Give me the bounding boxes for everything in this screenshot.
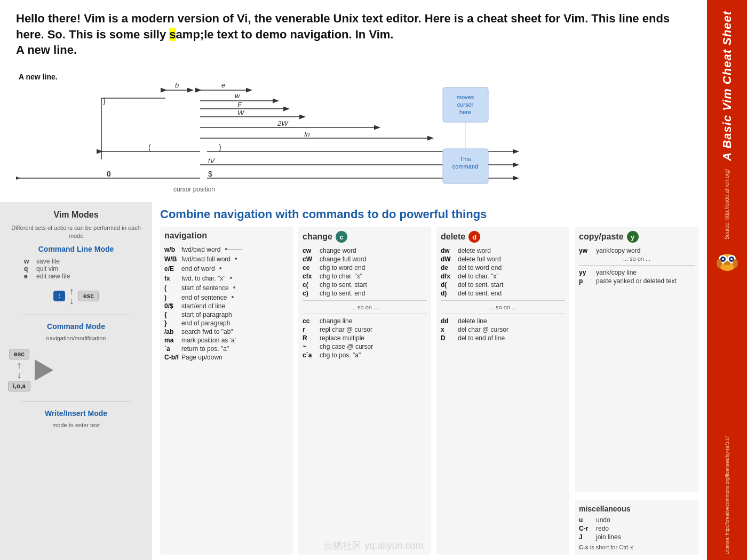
svg-point-43 xyxy=(730,258,733,260)
delete-row-dclose: d) del to sent. end xyxy=(441,290,565,297)
delete-row-D: D del to end of line xyxy=(441,334,565,342)
nav-row-WB: W/B fwd/bwd full word • xyxy=(164,254,289,263)
change-row-cc: cc change line xyxy=(303,317,427,325)
colon-key[interactable]: : xyxy=(53,291,65,301)
command-line-mode-items: wsave file qquit vim eedit new file xyxy=(8,258,144,280)
svg-text:): ) xyxy=(219,143,221,151)
nav-diagram: A new line. b e w E W 2W xyxy=(16,66,691,199)
command-mode-label: Command Mode xyxy=(47,322,105,331)
copy-paste-badge: y xyxy=(627,231,639,243)
svg-text:This: This xyxy=(460,156,471,162)
tables-row: navigation w/b fwd/bwd word •—— W/B fwd/… xyxy=(160,227,699,555)
vim-modes-panel: Vim Modes Different sets of actions can … xyxy=(0,202,152,560)
misc-box: miscellaneous u undo C-r redo J xyxy=(575,500,699,555)
svg-point-42 xyxy=(722,258,724,260)
delete-sep2 xyxy=(441,314,565,314)
command-line-mode-label: Command Line Mode xyxy=(38,245,114,253)
cli-arrow-row: : ↑ ↓ esc xyxy=(53,286,99,306)
svg-text:A new line.: A new line. xyxy=(19,73,58,81)
svg-text:moves: moves xyxy=(457,94,474,100)
sidebar-source: Source: http://code.ahren.org/ xyxy=(724,169,730,239)
copy-paste-table: copy/paste y yw yank/copy word ... so on… xyxy=(575,227,699,492)
combine-title: Combine navigation with commands to do p… xyxy=(160,207,699,221)
change-sep2 xyxy=(303,314,427,314)
copy-row-yy: yy yank/copy line xyxy=(579,269,695,276)
svg-text:}: } xyxy=(103,97,106,105)
vim-modes-desc: Different sets of actions can be perform… xyxy=(8,224,144,241)
delete-header: delete d xyxy=(441,231,565,243)
nav-row-wb: w/b fwd/bwd word •—— xyxy=(164,245,289,253)
change-row-cfx: cfx chg to char. "x" xyxy=(303,273,427,280)
change-row-copen: c( chg to sent. start xyxy=(303,281,427,289)
mode-triangle xyxy=(35,359,53,381)
delete-row-dopen: d( del to sent. start xyxy=(441,281,565,289)
svg-text:(: ( xyxy=(148,143,151,151)
highlight-char: s xyxy=(169,28,176,41)
intro-line1-rest: amp;le text to demo navigation. In Vim. xyxy=(176,28,394,41)
mode-up-down-arrows: ↑ ↓ xyxy=(17,361,22,380)
delete-table: delete d dw delete word dW delete full w… xyxy=(436,227,569,555)
nav-row-cbf: C-b/f Page up/down xyxy=(164,354,289,361)
change-row-tilde: ~ chg case @ cursor xyxy=(303,343,427,350)
svg-text:2W: 2W xyxy=(277,119,289,127)
misc-note: C-x is short for Ctrl-x xyxy=(579,544,695,550)
svg-text:cursor: cursor xyxy=(457,101,474,108)
ioa-key[interactable]: i,o,a xyxy=(8,381,30,391)
delete-row-dd: dd delete line xyxy=(441,317,565,325)
nav-row-ma: ma mark position as 'a' xyxy=(164,337,289,344)
copy-row-yw: yw yank/copy word xyxy=(579,247,695,254)
svg-text:command: command xyxy=(452,163,478,170)
svg-point-46 xyxy=(717,259,722,268)
nav-row-open: ( start of sentence • xyxy=(164,283,289,292)
main-container: Hello there! Vim is a modern version of … xyxy=(0,0,747,560)
content-area: Hello there! Vim is a modern version of … xyxy=(0,0,707,560)
delete-row-dW: dW delete full word xyxy=(441,255,565,263)
new-line: A new line. xyxy=(16,43,77,57)
delete-row-de: de del to word end xyxy=(441,264,565,271)
svg-text:cursor position: cursor position xyxy=(173,186,215,193)
bottom-section: Vim Modes Different sets of actions can … xyxy=(0,202,707,560)
misc-row-cr: C-r redo xyxy=(579,525,695,532)
mode-arrow-row: esc ↑ ↓ i,o,a xyxy=(8,349,144,391)
svg-text:here: here xyxy=(459,109,471,115)
change-sep1 xyxy=(303,300,427,301)
owl-icon xyxy=(714,247,741,274)
change-header: change c xyxy=(303,231,427,243)
change-badge: c xyxy=(336,231,347,243)
write-insert-mode-label: Write/Insert Mode xyxy=(45,409,107,418)
sidebar-title: A Basic Vim Cheat Sheet xyxy=(720,11,734,161)
right-content: Combine navigation with commands to do p… xyxy=(152,202,707,560)
mode-divider-1 xyxy=(22,315,131,315)
copy-soon: ... so on ... xyxy=(579,255,695,262)
modes-keys: esc ↑ ↓ i,o,a xyxy=(8,349,30,391)
nav-row-closecurly: } end of paragraph xyxy=(164,319,289,327)
mode-divider-2 xyxy=(22,402,131,402)
svg-text:W: W xyxy=(237,109,245,117)
svg-text:E: E xyxy=(237,101,242,109)
nav-row-0dollar: 0/$ start/end of line xyxy=(164,302,289,310)
nav-row-fx: fx fwd. to char. "x" • xyxy=(164,274,289,282)
svg-text:$: $ xyxy=(208,170,212,178)
delete-row-x: x del char @ cursor xyxy=(441,326,565,333)
svg-text:b: b xyxy=(175,81,179,89)
esc-key-top[interactable]: esc xyxy=(78,291,99,301)
intro-text-block: Hello there! Vim is a modern version of … xyxy=(0,0,707,63)
svg-text:0: 0 xyxy=(107,170,111,178)
up-down-arrows: ↑ ↓ xyxy=(69,286,74,306)
nav-diagram-svg: A new line. b e w E W 2W xyxy=(16,66,539,199)
right-sidebar: A Basic Vim Cheat Sheet Source: http://c… xyxy=(707,0,747,560)
svg-point-47 xyxy=(733,259,738,268)
nav-row-opencurly: { start of paragraph xyxy=(164,311,289,318)
nav-row-eE: e/E end of word • xyxy=(164,264,289,273)
esc-key-bottom[interactable]: esc xyxy=(9,349,29,359)
navigation-header: navigation xyxy=(164,231,289,241)
svg-text:e: e xyxy=(221,81,225,89)
copy-sep xyxy=(579,265,695,266)
change-table: change c cw change word cW change full w… xyxy=(298,227,431,555)
change-soon: ... so on ... xyxy=(303,304,427,310)
change-row-ca: c`a chg to pos. "a" xyxy=(303,351,427,359)
change-row-r: r repl char @ cursor xyxy=(303,326,427,333)
vim-modes-title: Vim Modes xyxy=(53,210,98,220)
delete-row-dw: dw delete word xyxy=(441,247,565,254)
misc-title: miscellaneous xyxy=(579,505,695,513)
